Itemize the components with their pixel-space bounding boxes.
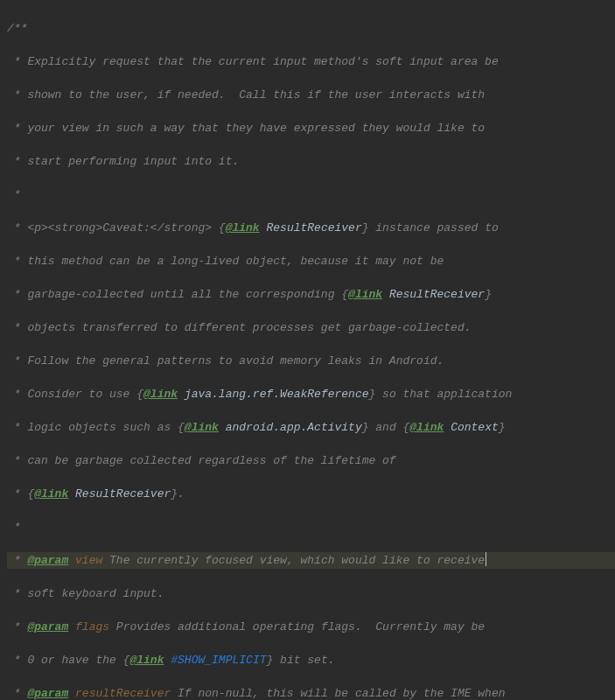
comment-line: * {@link ResultReceiver}.	[7, 486, 615, 502]
comment-line: * Follow the general patterns to avoid m…	[7, 353, 615, 369]
comment-line: * soft keyboard input.	[7, 585, 615, 602]
comment-line: /**	[7, 20, 615, 37]
comment-line: * 0 or have the {@link #SHOW_IMPLICIT} b…	[7, 652, 615, 668]
comment-line: * shown to the user, if needed. Call thi…	[7, 87, 615, 103]
comment-line: * start performing input into it.	[7, 153, 615, 170]
comment-line: * can be garbage collected regardless of…	[7, 452, 615, 469]
comment-line: * Consider to use {@link java.lang.ref.W…	[7, 386, 615, 402]
comment-line: * <p><strong>Caveat:</strong> {@link Res…	[7, 220, 615, 236]
comment-line-highlighted: * @param view The currently focused view…	[7, 552, 615, 569]
code-editor[interactable]: /** * Explicitly request that the curren…	[0, 0, 615, 700]
text-caret	[486, 552, 486, 566]
comment-line: * @param resultReceiver If non-null, thi…	[7, 685, 615, 700]
comment-line: * this method can be a long-lived object…	[7, 253, 615, 270]
comment-line: * logic objects such as {@link android.a…	[7, 419, 615, 436]
comment-line: * garbage-collected until all the corres…	[7, 286, 615, 303]
comment-line: * objects transferred to different proce…	[7, 319, 615, 336]
comment-line: *	[7, 186, 615, 203]
comment-line: * your view in such a way that they have…	[7, 120, 615, 136]
comment-line: *	[7, 519, 615, 536]
comment-line: * @param flags Provides additional opera…	[7, 619, 615, 635]
comment-line: * Explicitly request that the current in…	[7, 53, 615, 70]
